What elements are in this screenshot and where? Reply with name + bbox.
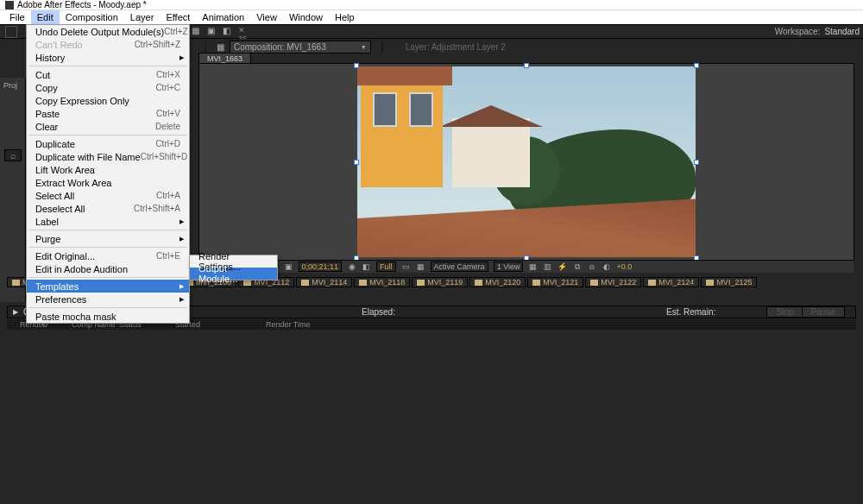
menu-bar: FileEditCompositionLayerEffectAnimationV…	[0, 9, 863, 24]
folder-icon	[706, 280, 714, 286]
selection-tool-icon[interactable]	[5, 26, 17, 38]
menu-item[interactable]: Label▶	[27, 215, 189, 228]
tool-icon[interactable]: ▦	[192, 26, 204, 38]
timeline-icon[interactable]: ⧉	[572, 262, 582, 272]
transparency-icon[interactable]: ▦	[416, 262, 425, 272]
workspace-selector[interactable]: Standard	[824, 27, 860, 36]
transform-handle[interactable]	[354, 63, 359, 68]
layer-label: Layer: Adjustment Layer 2	[406, 42, 506, 52]
exposure-icon[interactable]: ◐	[602, 262, 611, 272]
menu-item[interactable]: CutCtrl+X	[27, 68, 189, 81]
menu-help[interactable]: Help	[329, 10, 361, 24]
view-options-icon[interactable]: ▦	[528, 262, 538, 272]
transform-handle[interactable]	[694, 63, 699, 68]
menu-view[interactable]: View	[250, 10, 283, 24]
expand-icon[interactable]: ▶	[13, 308, 18, 316]
timeline-tab[interactable]: MVI_2121	[527, 277, 583, 287]
elapsed-label: Elapsed:	[362, 307, 395, 317]
folder-icon	[359, 280, 367, 286]
remain-label: Est. Remain:	[666, 307, 715, 317]
views-select[interactable]: 1 View	[494, 261, 524, 272]
edit-menu-dropdown: Undo Delete Output Module(s)Ctrl+ZCan't …	[26, 24, 190, 324]
menu-effect[interactable]: Effect	[160, 10, 196, 24]
menu-animation[interactable]: Animation	[196, 10, 250, 24]
menu-file[interactable]: File	[3, 10, 31, 24]
templates-submenu: Render Settings...Output Module...	[189, 255, 278, 280]
folder-icon	[532, 280, 540, 286]
menu-item[interactable]: Templates▶	[27, 280, 189, 293]
timeline-tab[interactable]: MVI_2122	[585, 277, 641, 287]
title-bar: Adobe After Effects - Moody.aep *	[0, 0, 863, 9]
submenu-arrow-icon: ▶	[180, 236, 184, 243]
folder-icon	[12, 280, 20, 286]
menu-item[interactable]: Deselect AllCtrl+Shift+A	[27, 202, 189, 215]
menu-item[interactable]: Lift Work Area	[27, 163, 189, 176]
menu-composition[interactable]: Composition	[60, 10, 124, 24]
pixel-icon[interactable]: ▥	[543, 262, 552, 272]
project-panel: Proj	[0, 78, 26, 302]
menu-item: Can't RedoCtrl+Shift+Z	[27, 38, 189, 51]
composition-viewer[interactable]: ▩ 39.8% ⊞ ▭ ▣ 0;00;21;11 ◉ ◧ Full ▭ ▦ Ac…	[198, 63, 854, 261]
menu-item[interactable]: Edit in Adobe Audition	[27, 262, 189, 275]
transform-handle[interactable]	[354, 160, 359, 165]
timeline-tab[interactable]: MVI_2120	[469, 277, 526, 287]
folder-icon	[417, 280, 425, 286]
menu-edit[interactable]: Edit	[31, 10, 60, 24]
submenu-arrow-icon: ▶	[180, 54, 184, 61]
submenu-arrow-icon: ▶	[180, 296, 184, 303]
stop-button[interactable]: Stop	[766, 306, 803, 318]
project-label: Proj	[0, 78, 25, 93]
folder-icon	[301, 280, 309, 286]
render-queue-body	[7, 330, 856, 494]
folder-icon	[475, 280, 482, 286]
menu-item[interactable]: Paste mocha mask	[27, 310, 189, 323]
menu-item[interactable]: DuplicateCtrl+D	[27, 137, 189, 150]
transform-handle[interactable]	[524, 63, 529, 68]
folder-icon	[648, 280, 656, 286]
workspace-label: Workspace:	[775, 27, 821, 36]
menu-item[interactable]: Purge▶	[27, 232, 189, 245]
menu-item[interactable]: Edit Original...Ctrl+E	[27, 249, 189, 262]
menu-item[interactable]: CopyCtrl+C	[27, 81, 189, 94]
tool-snap[interactable]: ✕ 36	[238, 26, 250, 38]
menu-layer[interactable]: Layer	[124, 10, 161, 24]
camera-select[interactable]: Active Camera	[431, 261, 488, 272]
fast-preview-icon[interactable]: ⚡	[557, 262, 567, 272]
timeline-tab[interactable]: MVI_2124	[643, 277, 699, 287]
search-icon[interactable]: ⌕	[4, 149, 22, 161]
region-of-interest-icon[interactable]: ▭	[401, 262, 411, 272]
tool-icon[interactable]: ◧	[223, 26, 235, 38]
menu-item[interactable]: Extract Work Area	[27, 176, 189, 189]
mask-icon[interactable]: ▣	[284, 262, 293, 272]
timeline-tab[interactable]: MVI_2114	[296, 277, 352, 287]
snapshot-icon[interactable]: ◉	[347, 262, 356, 272]
exposure-value[interactable]: +0.0	[616, 262, 632, 271]
pause-button[interactable]: Pause	[802, 306, 845, 318]
timeline-tab[interactable]: MVI_2118	[354, 277, 410, 287]
folder-icon	[590, 280, 598, 286]
comp-flowchart-icon[interactable]: ⧈	[587, 262, 596, 272]
menu-item[interactable]: Preferences▶	[27, 293, 189, 306]
composition-selector[interactable]: Composition: MVI_1663 ▼	[230, 41, 371, 54]
time-display[interactable]: 0;00;21;11	[299, 261, 343, 272]
timeline-tab[interactable]: MVI_2125	[701, 277, 757, 287]
chevron-down-icon: ▼	[361, 44, 367, 50]
menu-item[interactable]: PasteCtrl+V	[27, 107, 189, 120]
transform-handle[interactable]	[694, 160, 699, 165]
menu-item[interactable]: ClearDelete	[27, 120, 189, 133]
submenu-item[interactable]: Output Module...	[190, 268, 277, 280]
menu-item[interactable]: Copy Expression Only	[27, 94, 189, 107]
menu-item[interactable]: Duplicate with File NameCtrl+Shift+D	[27, 150, 189, 163]
preview-image	[357, 66, 696, 257]
menu-item[interactable]: Undo Delete Output Module(s)Ctrl+Z	[27, 25, 189, 38]
resolution-select[interactable]: Full	[376, 261, 396, 272]
submenu-arrow-icon: ▶	[180, 283, 184, 290]
channel-icon[interactable]: ◧	[362, 262, 371, 272]
comp-toggle-icon[interactable]: ▦	[217, 42, 224, 52]
tool-icon[interactable]: ▣	[207, 26, 219, 38]
submenu-arrow-icon: ▶	[180, 218, 184, 225]
timeline-tab[interactable]: MVI_2119	[412, 277, 468, 287]
menu-window[interactable]: Window	[283, 10, 329, 24]
menu-item[interactable]: History▶	[27, 51, 189, 64]
menu-item[interactable]: Select AllCtrl+A	[27, 189, 189, 202]
